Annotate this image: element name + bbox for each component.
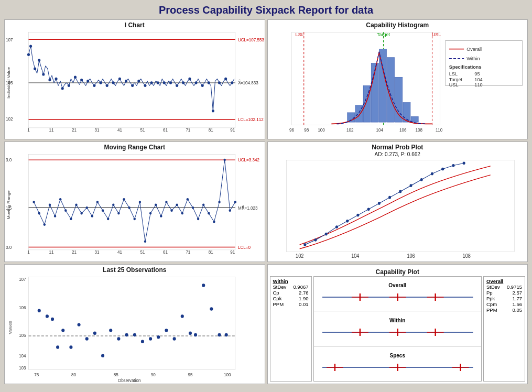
svg-text:MR̄=1.023: MR̄=1.023 <box>238 205 258 211</box>
svg-text:3.0: 3.0 <box>6 157 12 162</box>
svg-point-194 <box>78 323 81 326</box>
svg-point-196 <box>93 331 96 334</box>
svg-point-132 <box>134 218 136 221</box>
svg-point-139 <box>170 210 172 212</box>
svg-text:LCL=102.112: LCL=102.112 <box>238 117 264 122</box>
svg-point-212 <box>218 333 221 336</box>
mrchart-panel: Moving Range Chart UCL=3.342 MR̄=1.023 L… <box>4 141 265 262</box>
stdev-label-o: StDev <box>486 284 500 290</box>
svg-text:106: 106 <box>19 304 26 310</box>
svg-point-49 <box>195 81 198 84</box>
svg-point-209 <box>194 333 197 336</box>
svg-point-204 <box>157 335 160 339</box>
svg-point-199 <box>117 337 120 340</box>
svg-point-46 <box>176 84 178 87</box>
svg-text:106: 106 <box>407 253 415 259</box>
svg-point-35 <box>106 84 108 87</box>
svg-text:Individual Value: Individual Value <box>6 67 11 99</box>
svg-point-142 <box>187 198 189 201</box>
svg-text:Values: Values <box>7 321 13 334</box>
svg-rect-69 <box>395 77 402 122</box>
svg-point-120 <box>70 218 72 221</box>
svg-point-167 <box>452 164 454 167</box>
cp-val: 2.76 <box>299 290 309 296</box>
svg-point-188 <box>38 309 41 312</box>
svg-point-154 <box>314 238 317 242</box>
svg-text:X̄=104.833: X̄=104.833 <box>238 80 258 85</box>
main-container: Process Capability Sixpack Report for da… <box>0 0 532 392</box>
svg-point-189 <box>46 314 49 318</box>
svg-point-202 <box>141 340 144 343</box>
svg-point-147 <box>213 221 215 223</box>
chart-grid: I Chart UCL=107.553 X̄=104.833 LCL=102.1… <box>4 19 528 384</box>
svg-text:108: 108 <box>462 253 470 259</box>
svg-text:95: 95 <box>188 372 192 377</box>
svg-point-116 <box>49 204 51 206</box>
svg-point-162 <box>399 190 401 193</box>
svg-text:100: 100 <box>318 127 325 133</box>
svg-point-22 <box>29 45 32 48</box>
svg-point-36 <box>112 81 115 84</box>
svg-point-144 <box>197 218 199 221</box>
svg-text:85: 85 <box>114 372 118 377</box>
svg-text:100: 100 <box>224 372 231 377</box>
svg-point-136 <box>155 204 157 206</box>
svg-text:1: 1 <box>27 249 30 255</box>
svg-text:Moving Range: Moving Range <box>6 190 11 220</box>
within-stats: Within StDev0.9067 Cp2.76 Cpk1.90 PPM0.0… <box>270 276 312 382</box>
svg-point-54 <box>224 78 227 80</box>
svg-text:UCL=3.342: UCL=3.342 <box>238 157 259 162</box>
svg-point-190 <box>51 317 54 320</box>
svg-point-30 <box>74 76 77 79</box>
stdev-label-w: StDev <box>273 284 287 290</box>
svg-point-141 <box>181 212 183 215</box>
svg-point-55 <box>231 81 233 84</box>
svg-text:61: 61 <box>163 127 168 133</box>
svg-point-23 <box>34 67 36 70</box>
svg-point-44 <box>163 81 166 84</box>
overall-section-label: Overall <box>388 282 406 288</box>
svg-text:Within: Within <box>466 56 480 61</box>
ppk-val: 1.77 <box>513 296 523 301</box>
svg-text:Observation: Observation <box>118 378 141 383</box>
svg-point-153 <box>303 243 306 246</box>
svg-point-28 <box>61 87 64 90</box>
cpm-val: 1.56 <box>513 301 523 307</box>
svg-point-161 <box>388 196 391 199</box>
svg-point-155 <box>324 233 327 236</box>
svg-point-115 <box>44 224 46 226</box>
svg-point-125 <box>96 201 99 204</box>
svg-point-52 <box>212 110 214 112</box>
svg-point-148 <box>218 201 220 204</box>
svg-point-118 <box>59 198 61 201</box>
svg-text:Target: Target <box>449 77 462 82</box>
capplot-panel: Capability Plot Within StDev0.9067 Cp2.7… <box>267 264 528 384</box>
svg-point-146 <box>208 212 210 215</box>
svg-point-128 <box>112 204 114 206</box>
svg-point-127 <box>107 218 109 221</box>
within-section-label: Within <box>389 318 405 323</box>
svg-point-193 <box>69 345 72 349</box>
svg-point-114 <box>38 212 40 215</box>
last25-panel: Last 25 Observations 107 106 105 104 103… <box>4 264 265 384</box>
histogram-panel: Capability Histogram LSL USL Target <box>267 19 528 139</box>
svg-point-39 <box>131 84 134 87</box>
svg-point-25 <box>42 73 45 75</box>
svg-point-40 <box>137 80 140 82</box>
svg-point-137 <box>160 215 162 217</box>
svg-rect-152 <box>286 160 514 252</box>
svg-point-33 <box>93 84 95 87</box>
svg-text:Target: Target <box>376 32 390 37</box>
svg-text:103: 103 <box>19 365 26 371</box>
svg-text:91: 91 <box>230 127 235 133</box>
svg-point-208 <box>189 331 192 334</box>
svg-text:USL: USL <box>449 82 458 88</box>
capplot-title: Capability Plot <box>270 267 526 276</box>
svg-point-133 <box>139 201 141 204</box>
svg-point-37 <box>118 78 121 80</box>
svg-rect-0 <box>29 32 235 127</box>
svg-point-134 <box>144 241 146 243</box>
svg-point-21 <box>27 53 30 56</box>
svg-text:11: 11 <box>49 249 53 255</box>
cpm-label: Cpm <box>486 301 497 307</box>
